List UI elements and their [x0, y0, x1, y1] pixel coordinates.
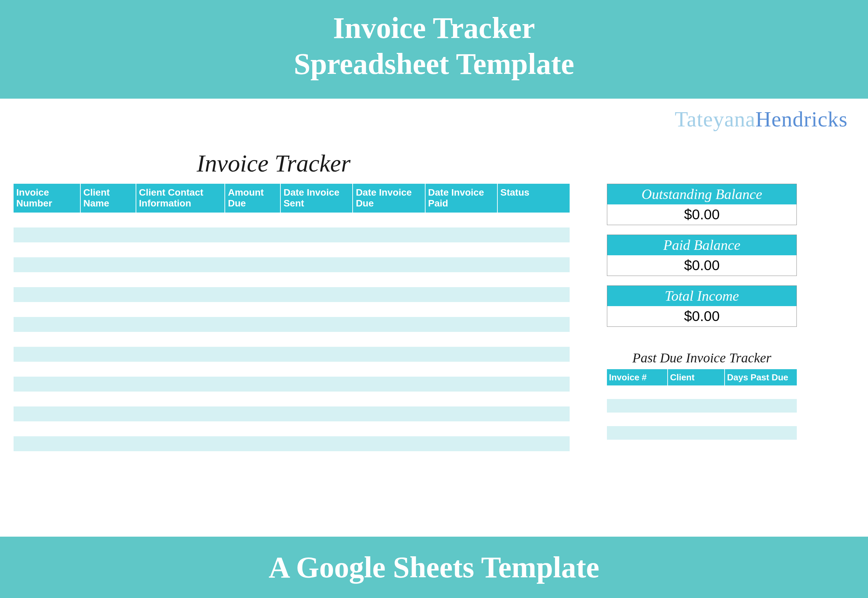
table-cell[interactable] [353, 422, 425, 436]
table-row[interactable] [13, 287, 570, 302]
col-date-sent[interactable]: Date Invoice Sent [280, 184, 353, 212]
table-cell[interactable] [280, 287, 353, 302]
table-cell[interactable] [353, 242, 425, 257]
table-row[interactable] [607, 413, 797, 426]
table-cell[interactable] [667, 426, 724, 440]
table-cell[interactable] [497, 377, 570, 392]
table-cell[interactable] [425, 242, 497, 257]
table-cell[interactable] [280, 422, 353, 436]
table-cell[interactable] [80, 362, 136, 377]
table-row[interactable] [13, 392, 570, 407]
table-cell[interactable] [353, 407, 425, 422]
table-cell[interactable] [425, 332, 497, 347]
table-cell[interactable] [225, 212, 280, 227]
paid-balance-value[interactable]: $0.00 [607, 255, 796, 276]
table-cell[interactable] [13, 362, 80, 377]
table-cell[interactable] [136, 422, 225, 436]
table-row[interactable] [607, 426, 797, 440]
table-cell[interactable] [280, 212, 353, 227]
table-cell[interactable] [497, 436, 570, 451]
table-row[interactable] [13, 212, 570, 227]
table-cell[interactable] [80, 407, 136, 422]
table-cell[interactable] [724, 426, 797, 440]
table-cell[interactable] [13, 422, 80, 436]
table-cell[interactable] [13, 287, 80, 302]
table-cell[interactable] [425, 317, 497, 332]
table-cell[interactable] [225, 347, 280, 362]
table-cell[interactable] [80, 272, 136, 287]
table-cell[interactable] [353, 317, 425, 332]
table-cell[interactable] [13, 392, 80, 407]
col-date-paid[interactable]: Date Invoice Paid [425, 184, 497, 212]
table-cell[interactable] [80, 257, 136, 272]
table-cell[interactable] [136, 362, 225, 377]
table-cell[interactable] [80, 212, 136, 227]
table-cell[interactable] [136, 392, 225, 407]
table-cell[interactable] [136, 436, 225, 451]
table-cell[interactable] [497, 257, 570, 272]
table-row[interactable] [13, 436, 570, 451]
table-cell[interactable] [225, 287, 280, 302]
table-cell[interactable] [280, 436, 353, 451]
table-cell[interactable] [80, 377, 136, 392]
invoice-table[interactable]: Invoice Number Client Name Client Contac… [13, 184, 570, 451]
table-row[interactable] [607, 386, 797, 399]
table-cell[interactable] [353, 212, 425, 227]
table-cell[interactable] [425, 227, 497, 242]
col-status[interactable]: Status [497, 184, 570, 212]
table-cell[interactable] [280, 272, 353, 287]
table-cell[interactable] [136, 227, 225, 242]
table-cell[interactable] [225, 422, 280, 436]
table-cell[interactable] [225, 436, 280, 451]
table-cell[interactable] [280, 257, 353, 272]
table-cell[interactable] [13, 347, 80, 362]
table-row[interactable] [13, 302, 570, 317]
table-cell[interactable] [353, 377, 425, 392]
table-cell[interactable] [353, 347, 425, 362]
pd-col-invoice[interactable]: Invoice # [607, 369, 667, 386]
table-cell[interactable] [497, 227, 570, 242]
table-cell[interactable] [225, 362, 280, 377]
table-cell[interactable] [724, 413, 797, 426]
table-cell[interactable] [13, 407, 80, 422]
col-client-name[interactable]: Client Name [80, 184, 136, 212]
table-cell[interactable] [497, 242, 570, 257]
table-cell[interactable] [353, 362, 425, 377]
table-row[interactable] [13, 227, 570, 242]
pd-col-days[interactable]: Days Past Due [724, 369, 797, 386]
table-cell[interactable] [13, 377, 80, 392]
table-cell[interactable] [497, 407, 570, 422]
table-row[interactable] [13, 257, 570, 272]
table-cell[interactable] [353, 227, 425, 242]
table-cell[interactable] [80, 242, 136, 257]
table-cell[interactable] [80, 392, 136, 407]
table-cell[interactable] [607, 386, 667, 399]
table-row[interactable] [13, 242, 570, 257]
table-cell[interactable] [13, 227, 80, 242]
table-cell[interactable] [225, 332, 280, 347]
table-cell[interactable] [425, 272, 497, 287]
table-cell[interactable] [13, 332, 80, 347]
table-cell[interactable] [136, 377, 225, 392]
pd-col-client[interactable]: Client [667, 369, 724, 386]
table-cell[interactable] [136, 257, 225, 272]
table-cell[interactable] [497, 317, 570, 332]
table-row[interactable] [13, 332, 570, 347]
table-cell[interactable] [225, 302, 280, 317]
table-cell[interactable] [225, 242, 280, 257]
table-cell[interactable] [353, 436, 425, 451]
table-cell[interactable] [13, 317, 80, 332]
table-cell[interactable] [497, 422, 570, 436]
table-cell[interactable] [724, 399, 797, 413]
table-cell[interactable] [80, 227, 136, 242]
table-cell[interactable] [425, 392, 497, 407]
table-cell[interactable] [353, 272, 425, 287]
table-cell[interactable] [13, 242, 80, 257]
table-cell[interactable] [425, 422, 497, 436]
table-cell[interactable] [225, 407, 280, 422]
table-cell[interactable] [225, 392, 280, 407]
table-cell[interactable] [425, 436, 497, 451]
table-cell[interactable] [280, 377, 353, 392]
table-cell[interactable] [425, 212, 497, 227]
table-cell[interactable] [80, 436, 136, 451]
